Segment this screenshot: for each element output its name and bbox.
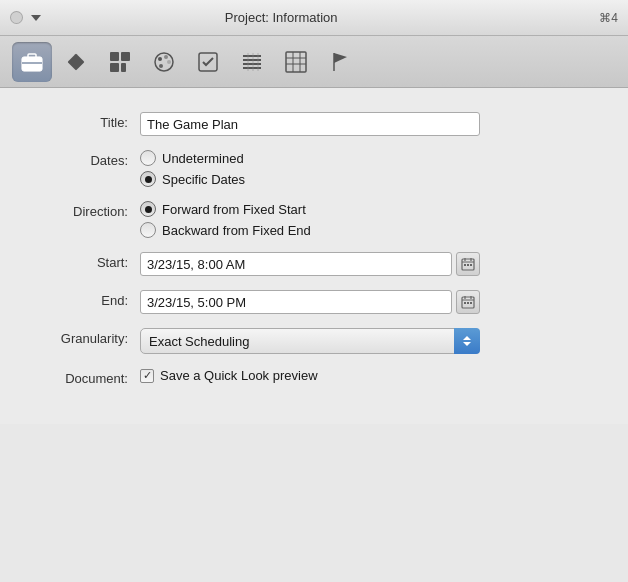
svg-rect-8	[110, 63, 119, 72]
granularity-select-wrapper: Exact Scheduling By Day By Week By Month	[140, 328, 480, 354]
direction-label: Direction:	[30, 201, 140, 219]
dates-specific-label: Specific Dates	[162, 172, 245, 187]
dates-control: Undetermined Specific Dates	[140, 150, 598, 187]
toolbar-tasks-button[interactable]	[56, 42, 96, 82]
title-control	[140, 112, 598, 136]
toolbar-info-button[interactable]	[12, 42, 52, 82]
svg-point-14	[159, 64, 163, 68]
svg-rect-36	[470, 264, 472, 266]
direction-row: Direction: Forward from Fixed Start Back…	[30, 201, 598, 238]
svg-rect-5	[68, 53, 85, 70]
checkbox-checkmark: ✓	[143, 370, 152, 381]
toolbar-export-button[interactable]	[320, 42, 360, 82]
dates-undetermined-label: Undetermined	[162, 151, 244, 166]
dates-undetermined-radio[interactable]	[140, 150, 156, 166]
end-control	[140, 290, 598, 314]
direction-forward-label: Forward from Fixed Start	[162, 202, 306, 217]
svg-rect-23	[286, 52, 306, 72]
svg-rect-9	[121, 63, 126, 72]
svg-point-11	[158, 57, 162, 61]
svg-rect-34	[464, 264, 466, 266]
dates-specific-option[interactable]: Specific Dates	[140, 171, 598, 187]
title-input[interactable]	[140, 112, 480, 136]
svg-rect-1	[22, 57, 42, 71]
direction-forward-dot	[145, 206, 152, 213]
start-calendar-icon[interactable]	[456, 252, 480, 276]
direction-radio-group: Forward from Fixed Start Backward from F…	[140, 201, 598, 238]
title-label: Title:	[30, 112, 140, 130]
toolbar-styles-button[interactable]	[144, 42, 184, 82]
dates-specific-radio[interactable]	[140, 171, 156, 187]
start-control	[140, 252, 598, 276]
end-date-wrapper	[140, 290, 480, 314]
end-row: End:	[30, 290, 598, 314]
toolbar-checklist-button[interactable]	[188, 42, 228, 82]
svg-rect-16	[243, 55, 261, 57]
start-row: Start:	[30, 252, 598, 276]
toolbar	[0, 36, 628, 88]
svg-rect-42	[467, 302, 469, 304]
svg-rect-41	[464, 302, 466, 304]
project-info-form: Title: Dates: Undetermined Specific Date…	[0, 88, 628, 424]
svg-rect-43	[470, 302, 472, 304]
end-label: End:	[30, 290, 140, 308]
granularity-row: Granularity: Exact Scheduling By Day By …	[30, 328, 598, 354]
toolbar-resources-button[interactable]	[100, 42, 140, 82]
granularity-control: Exact Scheduling By Day By Week By Month	[140, 328, 598, 354]
svg-marker-29	[334, 53, 347, 63]
document-control: ✓ Save a Quick Look preview	[140, 368, 598, 383]
direction-backward-option[interactable]: Backward from Fixed End	[140, 222, 598, 238]
window-title: Project: Information	[0, 10, 591, 25]
direction-control: Forward from Fixed Start Backward from F…	[140, 201, 598, 238]
svg-rect-19	[243, 67, 261, 69]
svg-rect-6	[110, 52, 119, 61]
svg-rect-7	[121, 52, 130, 61]
document-row: Document: ✓ Save a Quick Look preview	[30, 368, 598, 386]
granularity-label: Granularity:	[30, 328, 140, 346]
svg-point-13	[167, 60, 171, 64]
svg-rect-17	[243, 59, 261, 61]
start-label: Start:	[30, 252, 140, 270]
direction-forward-radio[interactable]	[140, 201, 156, 217]
dates-specific-dot	[145, 176, 152, 183]
window-shortcut: ⌘4	[599, 11, 618, 25]
direction-backward-radio[interactable]	[140, 222, 156, 238]
svg-rect-18	[243, 63, 261, 65]
granularity-select[interactable]: Exact Scheduling By Day By Week By Month	[140, 328, 480, 354]
dates-undetermined-option[interactable]: Undetermined	[140, 150, 598, 166]
document-label: Document:	[30, 368, 140, 386]
toolbar-grid-button[interactable]	[276, 42, 316, 82]
direction-forward-option[interactable]: Forward from Fixed Start	[140, 201, 598, 217]
end-calendar-icon[interactable]	[456, 290, 480, 314]
start-date-input[interactable]	[140, 252, 452, 276]
start-date-wrapper	[140, 252, 480, 276]
dates-radio-group: Undetermined Specific Dates	[140, 150, 598, 187]
document-checkbox[interactable]: ✓	[140, 369, 154, 383]
dates-label: Dates:	[30, 150, 140, 168]
document-checkbox-item[interactable]: ✓ Save a Quick Look preview	[140, 368, 598, 383]
title-row: Title:	[30, 112, 598, 136]
svg-rect-35	[467, 264, 469, 266]
dates-row: Dates: Undetermined Specific Dates	[30, 150, 598, 187]
svg-rect-3	[28, 54, 36, 58]
document-checkbox-label: Save a Quick Look preview	[160, 368, 318, 383]
svg-point-12	[164, 55, 168, 59]
toolbar-gantt-button[interactable]	[232, 42, 272, 82]
direction-backward-label: Backward from Fixed End	[162, 223, 311, 238]
titlebar: Project: Information ⌘4	[0, 0, 628, 36]
end-date-input[interactable]	[140, 290, 452, 314]
